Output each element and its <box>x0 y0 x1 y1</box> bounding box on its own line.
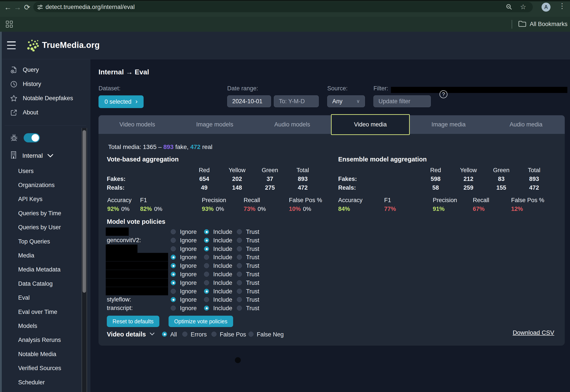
details-errors-radio[interactable] <box>182 332 187 337</box>
ignore-radio[interactable] <box>171 297 176 302</box>
hamburger-menu-icon[interactable] <box>7 41 16 49</box>
tab-image-media[interactable]: Image media <box>410 115 487 134</box>
include-radio[interactable] <box>204 263 209 268</box>
apps-grid-icon[interactable] <box>6 21 13 28</box>
ignore-radio-label: Ignore <box>180 271 197 278</box>
include-radio[interactable] <box>204 289 209 294</box>
ignore-radio[interactable] <box>171 246 176 251</box>
back-icon[interactable]: ← <box>3 2 13 12</box>
ignore-radio[interactable] <box>171 306 176 311</box>
source-label: Source: <box>327 85 365 92</box>
include-radio[interactable] <box>204 229 209 234</box>
sidebar-item-history[interactable]: History <box>2 77 90 91</box>
brand-logo[interactable]: TrueMedia.org <box>27 39 100 51</box>
ignore-radio[interactable] <box>171 280 176 285</box>
url-text[interactable]: detect.truemedia.org/internal/eval <box>45 4 135 11</box>
sidebar-item-users[interactable]: Users <box>18 164 84 178</box>
sidebar-scrollbar[interactable] <box>81 128 87 392</box>
trust-radio[interactable] <box>237 306 242 311</box>
dataset-select-button[interactable]: 0 selected › <box>99 95 144 108</box>
redaction-dot <box>235 357 241 363</box>
internal-section-toggle[interactable]: Internal <box>10 151 53 160</box>
sidebar-item-organizations[interactable]: Organizations <box>18 178 84 192</box>
details-all-radio[interactable] <box>162 332 167 337</box>
trust-radio[interactable] <box>237 238 242 243</box>
metric-delta: 0% <box>154 206 162 212</box>
value-cell: 58 <box>419 183 452 192</box>
ignore-radio[interactable] <box>171 263 176 268</box>
include-radio[interactable] <box>204 246 209 251</box>
sidebar-item-notable-deepfakes[interactable]: Notable Deepfakes <box>2 91 90 105</box>
sidebar-item-top-queries[interactable]: Top Queries <box>18 235 84 249</box>
scrollbar-thumb[interactable] <box>83 130 86 293</box>
sidebar-item-notable-media[interactable]: Notable Media <box>18 347 84 361</box>
reload-icon[interactable]: ⟳ <box>22 2 32 12</box>
sidebar-item-query[interactable]: Query <box>2 63 90 77</box>
sidebar-item-queries-by-time[interactable]: Queries by Time <box>18 206 84 220</box>
include-radio[interactable] <box>204 280 209 285</box>
tab-audio-models[interactable]: Audio models <box>253 115 331 134</box>
sidebar-item-media-metadata[interactable]: Media Metadata <box>18 263 84 277</box>
include-radio[interactable] <box>204 297 209 302</box>
sidebar-item-eval[interactable]: Eval <box>18 291 84 305</box>
include-radio[interactable] <box>204 306 209 311</box>
trust-radio[interactable] <box>237 297 242 302</box>
debug-toggle[interactable] <box>24 133 40 142</box>
details-false-pos-radio[interactable] <box>211 332 217 337</box>
tab-video-models[interactable]: Video models <box>99 115 176 134</box>
trust-radio[interactable] <box>237 263 242 268</box>
ignore-radio-label: Ignore <box>180 229 197 235</box>
ignore-radio[interactable] <box>171 229 176 234</box>
trust-radio[interactable] <box>237 229 242 234</box>
trust-radio[interactable] <box>237 255 242 260</box>
forward-icon[interactable]: → <box>13 2 22 12</box>
tab-image-models[interactable]: Image models <box>176 115 253 134</box>
trust-radio[interactable] <box>237 289 242 294</box>
sidebar-item-scheduler[interactable]: Scheduler <box>18 375 84 389</box>
tab-audio-media[interactable]: Audio media <box>487 115 565 134</box>
date-from-input[interactable]: 2024-10-01 <box>227 95 271 107</box>
profile-avatar[interactable]: A <box>541 3 551 12</box>
trust-radio[interactable] <box>237 272 242 277</box>
sidebar-item-analysis-reruns[interactable]: Analysis Reruns <box>18 333 84 347</box>
all-bookmarks-button[interactable]: All Bookmarks <box>530 21 568 28</box>
sidebar-item-about[interactable]: About <box>2 105 90 120</box>
ignore-radio[interactable] <box>171 238 176 243</box>
sidebar-item-queries-by-user[interactable]: Queries by User <box>18 221 84 235</box>
include-radio[interactable] <box>204 255 209 260</box>
include-radio[interactable] <box>204 238 209 243</box>
trust-radio[interactable] <box>237 246 242 251</box>
download-csv-link[interactable]: Download CSV <box>513 329 554 336</box>
update-filter-input[interactable]: Update filter <box>373 95 431 107</box>
ignore-radio[interactable] <box>171 255 176 260</box>
reset-defaults-button[interactable]: Reset to defaults <box>107 316 159 327</box>
optimize-vote-policies-button[interactable]: Optimize vote policies <box>169 316 233 327</box>
zoom-out-icon[interactable] <box>506 3 513 11</box>
sidebar-item-eval-over-time[interactable]: Eval over Time <box>18 305 84 319</box>
sidebar-item-media[interactable]: Media <box>18 249 84 263</box>
app-header: TrueMedia.org <box>0 32 570 59</box>
include-radio[interactable] <box>204 272 209 277</box>
details-false-neg-radio[interactable] <box>248 332 253 337</box>
source-select[interactable]: Any ∨ <box>327 95 365 107</box>
sidebar-item-models[interactable]: Models <box>18 319 84 333</box>
tab-video-media[interactable]: Video media <box>331 114 410 135</box>
redacted-filter-value <box>391 87 567 93</box>
site-settings-icon[interactable] <box>37 4 43 11</box>
ignore-radio[interactable] <box>171 289 176 294</box>
trust-radio[interactable] <box>237 280 242 285</box>
bookmark-star-icon[interactable]: ☆ <box>520 3 526 11</box>
sidebar-item-data-catalog[interactable]: Data Catalog <box>18 277 84 291</box>
date-to-input[interactable]: To: Y-M-D <box>274 95 319 107</box>
metric-value: 10%0% <box>289 206 322 212</box>
sidebar-item-verified-sources[interactable]: Verified Sources <box>18 361 84 375</box>
ignore-radio[interactable] <box>171 272 176 277</box>
address-bar[interactable]: detect.truemedia.org/internal/eval ☆ <box>33 2 533 12</box>
date-range-group: Date range: 2024-10-01 To: Y-M-D <box>227 85 319 107</box>
help-icon[interactable]: ? <box>439 90 447 98</box>
include-radio-label: Include <box>213 280 232 286</box>
browser-menu-icon[interactable]: ⋮ <box>559 2 565 10</box>
chevron-down-icon[interactable] <box>150 333 155 336</box>
value-cell: 49 <box>188 183 221 192</box>
sidebar-item-api-keys[interactable]: API Keys <box>18 192 84 206</box>
